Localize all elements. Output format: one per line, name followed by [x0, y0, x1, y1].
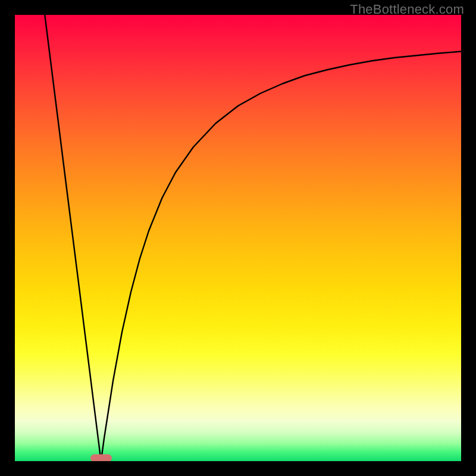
- chart-frame: TheBottleneck.com: [0, 0, 476, 476]
- minimum-marker: [90, 455, 112, 462]
- plot-area: [15, 15, 461, 461]
- watermark-text: TheBottleneck.com: [350, 2, 464, 17]
- bottleneck-curve: [15, 15, 461, 461]
- curve-line: [45, 15, 461, 461]
